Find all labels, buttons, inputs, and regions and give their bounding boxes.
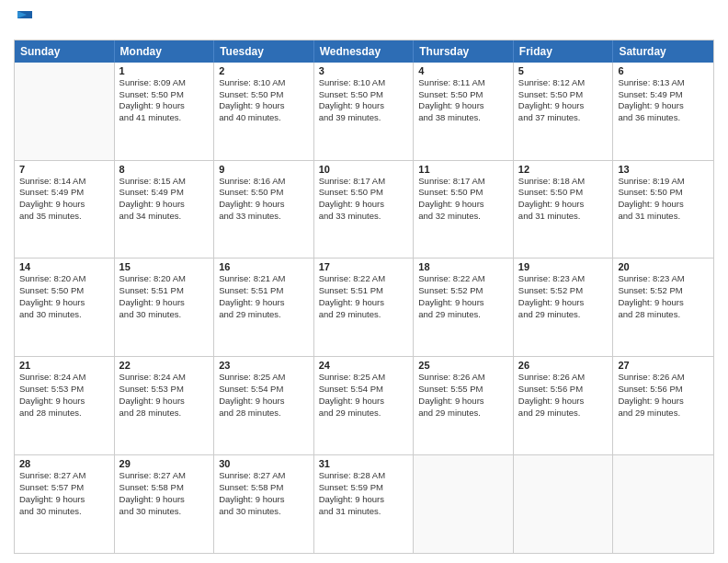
cell-info-line: Daylight: 9 hours	[418, 396, 508, 408]
cell-info-line: and 30 minutes.	[219, 506, 309, 518]
calendar-row: 14Sunrise: 8:20 AMSunset: 5:50 PMDayligh…	[15, 259, 713, 357]
day-number: 15	[119, 261, 210, 272]
calendar-cell: 28Sunrise: 8:27 AMSunset: 5:57 PMDayligh…	[15, 455, 115, 553]
cell-info-line: Sunrise: 8:10 AM	[319, 77, 409, 89]
cell-info-line: and 29 minutes.	[518, 309, 609, 321]
calendar-row: 1Sunrise: 8:09 AMSunset: 5:50 PMDaylight…	[15, 63, 713, 161]
cell-info-line: Sunrise: 8:12 AM	[518, 77, 609, 89]
cell-info-line: Sunrise: 8:20 AM	[19, 273, 109, 285]
cell-info-line: and 34 minutes.	[119, 211, 210, 223]
cell-info-line: Daylight: 9 hours	[418, 199, 508, 211]
calendar-cell: 24Sunrise: 8:25 AMSunset: 5:54 PMDayligh…	[314, 357, 415, 454]
cell-info-line: and 31 minutes.	[618, 211, 709, 223]
cell-info-line: Daylight: 9 hours	[618, 396, 709, 408]
cell-info-line: Sunset: 5:55 PM	[418, 384, 508, 396]
cell-info-line: Daylight: 9 hours	[119, 199, 210, 211]
cell-info-line: and 30 minutes.	[19, 506, 109, 518]
cell-info-line: and 29 minutes.	[618, 408, 709, 419]
cell-info-line: and 41 minutes.	[119, 112, 210, 124]
cell-info-line: Sunrise: 8:23 AM	[518, 273, 609, 285]
cell-info-line: Sunset: 5:52 PM	[518, 285, 609, 297]
day-number: 10	[319, 164, 409, 175]
calendar-cell: 13Sunrise: 8:19 AMSunset: 5:50 PMDayligh…	[613, 161, 713, 259]
cell-info-line: Sunset: 5:51 PM	[119, 285, 210, 297]
calendar-cell: 1Sunrise: 8:09 AMSunset: 5:50 PMDaylight…	[115, 63, 215, 160]
day-number: 31	[319, 458, 409, 469]
calendar-row: 7Sunrise: 8:14 AMSunset: 5:49 PMDaylight…	[15, 161, 713, 259]
calendar-body: 1Sunrise: 8:09 AMSunset: 5:50 PMDaylight…	[15, 63, 713, 553]
calendar-cell: 12Sunrise: 8:18 AMSunset: 5:50 PMDayligh…	[514, 161, 614, 259]
calendar-cell: 21Sunrise: 8:24 AMSunset: 5:53 PMDayligh…	[15, 357, 115, 454]
cell-info-line: and 28 minutes.	[618, 309, 709, 321]
day-number: 4	[418, 65, 508, 76]
cell-info-line: Daylight: 9 hours	[319, 199, 409, 211]
calendar-cell: 23Sunrise: 8:25 AMSunset: 5:54 PMDayligh…	[214, 357, 314, 454]
cell-info-line: and 36 minutes.	[618, 112, 709, 124]
cell-info-line: Sunset: 5:53 PM	[19, 384, 109, 396]
cell-info-line: Daylight: 9 hours	[19, 396, 109, 408]
page: SundayMondayTuesdayWednesdayThursdayFrid…	[0, 0, 728, 563]
calendar-cell: 14Sunrise: 8:20 AMSunset: 5:50 PMDayligh…	[15, 259, 115, 356]
cell-info-line: Sunrise: 8:23 AM	[618, 273, 709, 285]
cell-info-line: Sunset: 5:49 PM	[19, 187, 109, 199]
weekday-header: Wednesday	[314, 40, 415, 63]
calendar-cell	[15, 63, 115, 160]
calendar-cell: 2Sunrise: 8:10 AMSunset: 5:50 PMDaylight…	[214, 63, 314, 160]
cell-info-line: Sunset: 5:50 PM	[418, 187, 508, 199]
cell-info-line: and 39 minutes.	[319, 112, 409, 124]
day-number: 29	[119, 458, 210, 469]
cell-info-line: Daylight: 9 hours	[418, 100, 508, 112]
cell-info-line: Daylight: 9 hours	[219, 297, 309, 309]
day-number: 17	[319, 261, 409, 272]
calendar-cell: 27Sunrise: 8:26 AMSunset: 5:56 PMDayligh…	[613, 357, 713, 454]
weekday-header: Saturday	[613, 40, 713, 63]
day-number: 26	[518, 360, 609, 371]
cell-info-line: Daylight: 9 hours	[219, 199, 309, 211]
calendar-cell: 4Sunrise: 8:11 AMSunset: 5:50 PMDaylight…	[414, 63, 514, 160]
day-number: 27	[618, 360, 709, 371]
cell-info-line: Sunrise: 8:28 AM	[319, 470, 409, 482]
day-number: 9	[219, 164, 309, 175]
calendar-cell: 29Sunrise: 8:27 AMSunset: 5:58 PMDayligh…	[115, 455, 215, 553]
cell-info-line: Daylight: 9 hours	[119, 297, 210, 309]
cell-info-line: Daylight: 9 hours	[219, 494, 309, 506]
logo	[14, 9, 34, 32]
day-number: 28	[19, 458, 109, 469]
cell-info-line: Sunset: 5:50 PM	[518, 89, 609, 101]
cell-info-line: Sunset: 5:53 PM	[119, 384, 210, 396]
cell-info-line: Daylight: 9 hours	[19, 199, 109, 211]
calendar-cell: 10Sunrise: 8:17 AMSunset: 5:50 PMDayligh…	[314, 161, 415, 259]
cell-info-line: Daylight: 9 hours	[19, 494, 109, 506]
cell-info-line: Sunset: 5:50 PM	[219, 89, 309, 101]
cell-info-line: and 33 minutes.	[219, 211, 309, 223]
cell-info-line: Sunset: 5:51 PM	[319, 285, 409, 297]
day-number: 30	[219, 458, 309, 469]
calendar-cell: 20Sunrise: 8:23 AMSunset: 5:52 PMDayligh…	[613, 259, 713, 356]
day-number: 14	[19, 261, 109, 272]
day-number: 12	[518, 164, 609, 175]
cell-info-line: Sunset: 5:50 PM	[518, 187, 609, 199]
cell-info-line: and 30 minutes.	[119, 506, 210, 518]
day-number: 5	[518, 65, 609, 76]
day-number: 3	[319, 65, 409, 76]
day-number: 11	[418, 164, 508, 175]
cell-info-line: Daylight: 9 hours	[319, 297, 409, 309]
weekday-header: Thursday	[414, 40, 514, 63]
calendar-cell: 25Sunrise: 8:26 AMSunset: 5:55 PMDayligh…	[414, 357, 514, 454]
cell-info-line: Sunrise: 8:20 AM	[119, 273, 210, 285]
cell-info-line: Sunset: 5:58 PM	[119, 482, 210, 494]
cell-info-line: Sunset: 5:51 PM	[219, 285, 309, 297]
cell-info-line: Daylight: 9 hours	[219, 100, 309, 112]
cell-info-line: and 31 minutes.	[319, 506, 409, 518]
cell-info-line: Sunrise: 8:24 AM	[19, 372, 109, 384]
cell-info-line: Daylight: 9 hours	[518, 100, 609, 112]
logo-text	[14, 9, 34, 32]
cell-info-line: Sunset: 5:59 PM	[319, 482, 409, 494]
day-number: 13	[618, 164, 709, 175]
cell-info-line: Daylight: 9 hours	[319, 494, 409, 506]
calendar-row: 21Sunrise: 8:24 AMSunset: 5:53 PMDayligh…	[15, 357, 713, 455]
day-number: 18	[418, 261, 508, 272]
day-number: 6	[618, 65, 709, 76]
calendar-cell: 3Sunrise: 8:10 AMSunset: 5:50 PMDaylight…	[314, 63, 415, 160]
cell-info-line: Sunrise: 8:10 AM	[219, 77, 309, 89]
